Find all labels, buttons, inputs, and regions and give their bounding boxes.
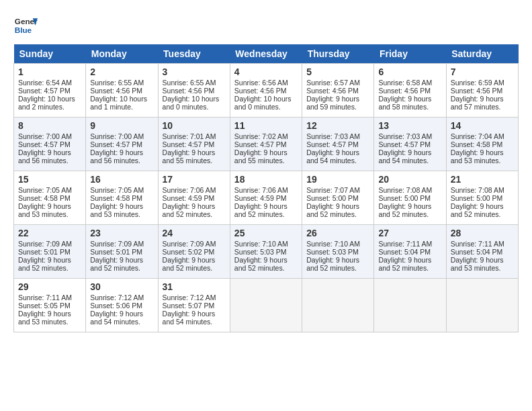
daylight: Daylight: 9 hours and 52 minutes. bbox=[234, 256, 287, 272]
day-number: 27 bbox=[378, 228, 441, 238]
calendar-cell: 10 Sunrise: 7:01 AM Sunset: 4:57 PM Dayl… bbox=[158, 118, 230, 171]
sunrise: Sunrise: 7:09 AM bbox=[90, 240, 144, 248]
sunset: Sunset: 4:57 PM bbox=[163, 140, 215, 148]
daylight: Daylight: 9 hours and 55 minutes. bbox=[234, 148, 287, 165]
sunset: Sunset: 5:01 PM bbox=[18, 248, 71, 256]
sunrise: Sunrise: 7:10 AM bbox=[234, 240, 288, 248]
sunset: Sunset: 4:56 PM bbox=[234, 87, 287, 95]
calendar-cell: 3 Sunrise: 6:55 AM Sunset: 4:56 PM Dayli… bbox=[158, 64, 230, 118]
sunset: Sunset: 4:59 PM bbox=[163, 194, 215, 202]
calendar-cell: 7 Sunrise: 6:59 AM Sunset: 4:56 PM Dayli… bbox=[446, 64, 518, 118]
sunrise: Sunrise: 7:05 AM bbox=[90, 186, 144, 194]
daylight: Daylight: 9 hours and 52 minutes. bbox=[378, 256, 431, 272]
day-number: 25 bbox=[234, 228, 298, 238]
sunrise: Sunrise: 6:54 AM bbox=[18, 79, 72, 87]
sunrise: Sunrise: 6:59 AM bbox=[451, 79, 504, 87]
day-header-monday: Monday bbox=[86, 44, 158, 64]
sunrise: Sunrise: 7:09 AM bbox=[18, 240, 72, 248]
calendar-cell: 27 Sunrise: 7:11 AM Sunset: 5:04 PM Dayl… bbox=[374, 225, 446, 279]
sunset: Sunset: 4:57 PM bbox=[306, 140, 359, 148]
calendar-table: SundayMondayTuesdayWednesdayThursdayFrid… bbox=[13, 44, 519, 332]
sunrise: Sunrise: 7:06 AM bbox=[163, 186, 216, 194]
calendar-cell: 21 Sunrise: 7:08 AM Sunset: 5:00 PM Dayl… bbox=[446, 171, 518, 225]
daylight: Daylight: 9 hours and 52 minutes. bbox=[306, 256, 359, 272]
sunrise: Sunrise: 7:03 AM bbox=[306, 132, 360, 140]
daylight: Daylight: 9 hours and 56 minutes. bbox=[18, 148, 71, 165]
sunrise: Sunrise: 7:12 AM bbox=[90, 293, 144, 302]
sunrise: Sunrise: 7:11 AM bbox=[18, 293, 72, 302]
calendar-cell bbox=[374, 279, 446, 332]
calendar-cell: 19 Sunrise: 7:07 AM Sunset: 5:00 PM Dayl… bbox=[302, 171, 374, 225]
day-number: 18 bbox=[234, 174, 298, 185]
sunrise: Sunrise: 7:08 AM bbox=[378, 186, 432, 194]
day-number: 20 bbox=[378, 174, 441, 185]
day-number: 19 bbox=[306, 174, 369, 185]
calendar-cell: 6 Sunrise: 6:58 AM Sunset: 4:56 PM Dayli… bbox=[374, 64, 446, 118]
calendar-cell: 2 Sunrise: 6:55 AM Sunset: 4:56 PM Dayli… bbox=[86, 64, 158, 118]
daylight: Daylight: 9 hours and 54 minutes. bbox=[306, 148, 359, 165]
daylight: Daylight: 9 hours and 52 minutes. bbox=[306, 202, 359, 218]
svg-text:Blue: Blue bbox=[15, 26, 32, 34]
day-header-tuesday: Tuesday bbox=[158, 44, 230, 64]
sunset: Sunset: 4:57 PM bbox=[378, 140, 431, 148]
daylight: Daylight: 9 hours and 53 minutes. bbox=[451, 256, 504, 272]
sunset: Sunset: 5:04 PM bbox=[451, 248, 503, 256]
sunset: Sunset: 5:06 PM bbox=[90, 302, 142, 310]
sunset: Sunset: 4:56 PM bbox=[163, 87, 215, 95]
sunset: Sunset: 5:03 PM bbox=[234, 248, 287, 256]
calendar-cell bbox=[446, 279, 518, 332]
day-number: 2 bbox=[90, 66, 153, 77]
daylight: Daylight: 9 hours and 52 minutes. bbox=[451, 202, 504, 218]
daylight: Daylight: 9 hours and 59 minutes. bbox=[306, 95, 359, 111]
day-header-saturday: Saturday bbox=[446, 44, 518, 64]
calendar-cell: 22 Sunrise: 7:09 AM Sunset: 5:01 PM Dayl… bbox=[14, 225, 86, 279]
daylight: Daylight: 9 hours and 54 minutes. bbox=[90, 310, 143, 326]
daylight: Daylight: 9 hours and 56 minutes. bbox=[90, 148, 143, 165]
sunset: Sunset: 5:01 PM bbox=[90, 248, 142, 256]
calendar-cell: 31 Sunrise: 7:12 AM Sunset: 5:07 PM Dayl… bbox=[158, 279, 230, 332]
sunset: Sunset: 5:05 PM bbox=[18, 302, 71, 310]
calendar-cell: 26 Sunrise: 7:10 AM Sunset: 5:03 PM Dayl… bbox=[302, 225, 374, 279]
sunrise: Sunrise: 7:06 AM bbox=[234, 186, 288, 194]
day-number: 11 bbox=[234, 120, 298, 131]
day-number: 16 bbox=[90, 174, 153, 185]
daylight: Daylight: 10 hours and 0 minutes. bbox=[163, 95, 220, 111]
day-number: 14 bbox=[451, 120, 514, 131]
sunrise: Sunrise: 6:56 AM bbox=[234, 79, 288, 87]
sunset: Sunset: 5:00 PM bbox=[306, 194, 359, 202]
daylight: Daylight: 9 hours and 57 minutes. bbox=[451, 95, 504, 111]
day-number: 7 bbox=[451, 66, 514, 77]
sunrise: Sunrise: 7:12 AM bbox=[163, 293, 216, 302]
day-number: 30 bbox=[90, 281, 153, 292]
calendar-cell: 30 Sunrise: 7:12 AM Sunset: 5:06 PM Dayl… bbox=[86, 279, 158, 332]
daylight: Daylight: 9 hours and 52 minutes. bbox=[163, 256, 216, 272]
sunset: Sunset: 4:57 PM bbox=[234, 140, 287, 148]
calendar-cell: 28 Sunrise: 7:11 AM Sunset: 5:04 PM Dayl… bbox=[446, 225, 518, 279]
sunset: Sunset: 4:56 PM bbox=[451, 87, 503, 95]
day-number: 24 bbox=[163, 228, 226, 238]
sunrise: Sunrise: 7:02 AM bbox=[234, 132, 288, 140]
calendar-cell: 4 Sunrise: 6:56 AM Sunset: 4:56 PM Dayli… bbox=[230, 64, 302, 118]
sunset: Sunset: 4:56 PM bbox=[378, 87, 431, 95]
calendar-cell: 24 Sunrise: 7:09 AM Sunset: 5:02 PM Dayl… bbox=[158, 225, 230, 279]
sunrise: Sunrise: 7:11 AM bbox=[378, 240, 432, 248]
sunrise: Sunrise: 6:55 AM bbox=[163, 79, 216, 87]
calendar-cell bbox=[230, 279, 302, 332]
day-number: 10 bbox=[163, 120, 226, 131]
sunset: Sunset: 4:58 PM bbox=[451, 140, 503, 148]
daylight: Daylight: 9 hours and 52 minutes. bbox=[378, 202, 431, 218]
day-number: 9 bbox=[90, 120, 153, 131]
daylight: Daylight: 9 hours and 54 minutes. bbox=[378, 148, 431, 165]
sunrise: Sunrise: 7:09 AM bbox=[163, 240, 216, 248]
sunset: Sunset: 5:04 PM bbox=[378, 248, 431, 256]
sunrise: Sunrise: 7:11 AM bbox=[451, 240, 504, 248]
day-number: 21 bbox=[451, 174, 514, 185]
day-number: 22 bbox=[18, 228, 81, 238]
daylight: Daylight: 10 hours and 0 minutes. bbox=[234, 95, 292, 111]
sunset: Sunset: 5:03 PM bbox=[306, 248, 359, 256]
sunset: Sunset: 4:57 PM bbox=[18, 87, 71, 95]
calendar-cell: 20 Sunrise: 7:08 AM Sunset: 5:00 PM Dayl… bbox=[374, 171, 446, 225]
day-number: 4 bbox=[234, 66, 298, 77]
logo: General Blue bbox=[13, 13, 38, 38]
calendar-cell bbox=[302, 279, 374, 332]
